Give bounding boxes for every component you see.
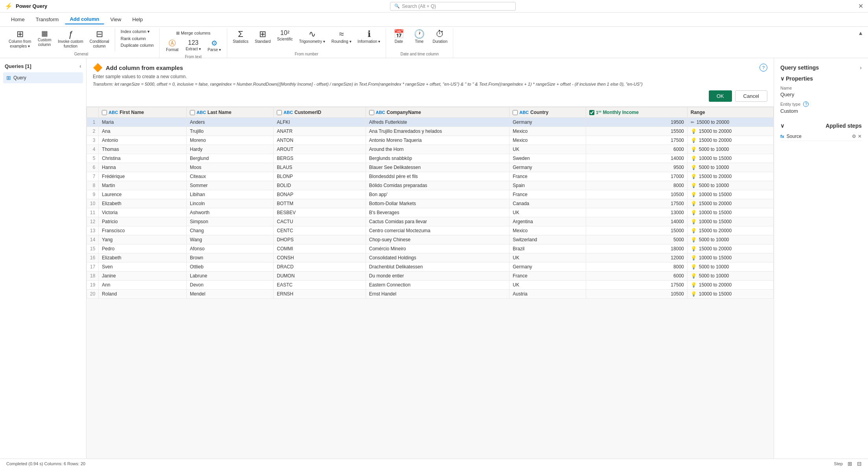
- th-monthly-income[interactable]: 1²³ Monthly Income: [586, 107, 687, 118]
- ribbon-btn-extract[interactable]: 123 Extract ▾: [183, 38, 203, 53]
- table-row[interactable]: 13 Franscisco Chang CENTC Centro comerci…: [87, 226, 774, 235]
- cell-range[interactable]: 💡 5000 to 10000: [687, 163, 773, 172]
- table-row[interactable]: 4 Thomas Hardy AROUT Around the Horn UK …: [87, 145, 774, 154]
- ribbon-btn-rank-column[interactable]: Rank column: [118, 35, 156, 42]
- table-row[interactable]: 19 Ann Devon EASTC Eastern Connection UK…: [87, 281, 774, 290]
- cell-range[interactable]: 💡 5000 to 10000: [687, 235, 773, 244]
- help-button[interactable]: ?: [760, 64, 767, 72]
- cell-range[interactable]: 💡 5000 to 10000: [687, 145, 773, 154]
- cell-range[interactable]: 💡 5000 to 10000: [687, 181, 773, 190]
- cell-range[interactable]: 💡 10000 to 15000: [687, 208, 773, 217]
- cell-range[interactable]: 💡 15000 to 20000: [687, 226, 773, 235]
- th-range[interactable]: Range: [687, 107, 773, 118]
- data-table-container[interactable]: ABC First Name ABC Last Name: [86, 107, 774, 459]
- menu-transform[interactable]: Transform: [31, 15, 64, 24]
- ribbon-btn-time[interactable]: 🕐 Time: [410, 28, 428, 46]
- th-customer-id[interactable]: ABC CustomerID: [274, 107, 366, 118]
- cell-range[interactable]: 💡 15000 to 20000: [687, 172, 773, 181]
- status-list-icon[interactable]: ⊟: [857, 461, 862, 467]
- step-icons: ⚙ ✕: [852, 134, 862, 139]
- table-row[interactable]: 9 Laurence Libihan BONAP Bon app' France…: [87, 190, 774, 199]
- ribbon-btn-duplicate-column[interactable]: Duplicate column: [118, 42, 156, 48]
- cell-range[interactable]: 💡 10000 to 15000: [687, 253, 773, 262]
- ribbon-btn-merge-columns[interactable]: ⊞ Merge columns: [174, 28, 213, 37]
- menu-home[interactable]: Home: [6, 15, 29, 24]
- table-row[interactable]: 8 Martin Sommer BOLID Bólido Comidas pre…: [87, 181, 774, 190]
- th-customer-id-checkbox[interactable]: [277, 110, 282, 115]
- table-row[interactable]: 11 Victoria Ashworth BESBEV B's Beverage…: [87, 208, 774, 217]
- th-country[interactable]: ABC Country: [509, 107, 586, 118]
- ribbon-btn-date[interactable]: 📅 Date: [389, 28, 408, 46]
- ribbon-btn-format[interactable]: Ⓐ Format: [163, 38, 182, 54]
- step-gear-icon[interactable]: ⚙: [852, 134, 856, 139]
- cell-range[interactable]: 💡 10000 to 15000: [687, 190, 773, 199]
- menu-view[interactable]: View: [106, 15, 126, 24]
- cell-first-name: Sven: [99, 262, 187, 272]
- cell-range[interactable]: 💡 15000 to 20000: [687, 244, 773, 253]
- panel-title-icon: 🔶: [93, 63, 103, 72]
- ribbon-btn-trigonometry[interactable]: ∿ Trigonometry ▾: [297, 28, 327, 46]
- ribbon-btn-column-from-examples[interactable]: ⊞ Column fromexamples ▾: [6, 28, 33, 50]
- table-row[interactable]: 20 Roland Mendel ERNSH Ernst Handel Aust…: [87, 290, 774, 299]
- menu-add-column[interactable]: Add column: [65, 15, 104, 24]
- table-row[interactable]: 12 Patricio Simpson CACTU Cactus Comidas…: [87, 217, 774, 226]
- sidebar-item-query[interactable]: ⊞ Query: [3, 72, 83, 83]
- sidebar-collapse-button[interactable]: ‹: [79, 63, 81, 69]
- ribbon-btn-index-column[interactable]: Index column ▾: [118, 28, 156, 35]
- cell-range[interactable]: 💡 5000 to 10000: [687, 272, 773, 281]
- table-row[interactable]: 10 Elizabeth Lincoln BOTTM Bottom-Dollar…: [87, 199, 774, 208]
- th-company-name-checkbox[interactable]: [369, 110, 374, 115]
- right-panel-expand-button[interactable]: ›: [860, 64, 862, 71]
- search-box[interactable]: 🔍 Search (Alt + Q): [390, 2, 516, 11]
- table-row[interactable]: 17 Sven Ottlieb DRACD Drachenblut Delika…: [87, 262, 774, 272]
- ribbon-btn-information[interactable]: ℹ Information ▾: [355, 28, 383, 46]
- table-row[interactable]: 15 Pedro Afonso COMMI Comércio Mineiro B…: [87, 244, 774, 253]
- range-edit-icon[interactable]: ✏: [691, 120, 694, 125]
- cell-range[interactable]: 💡 10000 to 15000: [687, 154, 773, 163]
- ribbon-btn-rounding[interactable]: ≈ Rounding ▾: [329, 28, 354, 46]
- step-delete-icon[interactable]: ✕: [858, 134, 862, 139]
- step-source-label[interactable]: Source: [787, 134, 802, 139]
- th-company-name[interactable]: ABC CompanyName: [366, 107, 509, 118]
- ribbon-btn-statistics[interactable]: Σ Statistics: [230, 28, 251, 46]
- cell-range[interactable]: ✏ 15000 to 20000: [687, 118, 773, 127]
- cell-range[interactable]: 💡 10000 to 15000: [687, 290, 773, 299]
- cell-range[interactable]: 💡 10000 to 15000: [687, 217, 773, 226]
- cell-first-name: Ann: [99, 281, 187, 290]
- table-row[interactable]: 14 Yang Wang DHOPS Chop-suey Chinese Swi…: [87, 235, 774, 244]
- table-row[interactable]: 5 Christina Berglund BERGS Berglunds sna…: [87, 154, 774, 163]
- cell-range[interactable]: 💡 15000 to 20000: [687, 281, 773, 290]
- cell-range[interactable]: 💡 15000 to 20000: [687, 199, 773, 208]
- table-row[interactable]: 1 Maria Anders ALFKI Alfreds Futterkiste…: [87, 118, 774, 127]
- th-first-name[interactable]: ABC First Name: [99, 107, 187, 118]
- table-row[interactable]: 3 Antonio Moreno ANTON Antonio Moreno Ta…: [87, 136, 774, 145]
- menu-help[interactable]: Help: [128, 15, 148, 24]
- cell-row-num: 17: [87, 262, 99, 272]
- ribbon-btn-standard[interactable]: ⊞ Standard: [252, 28, 273, 46]
- th-country-checkbox[interactable]: [513, 110, 518, 115]
- table-row[interactable]: 16 Elizabeth Brown CONSH Consolidated Ho…: [87, 253, 774, 262]
- th-first-name-checkbox[interactable]: [102, 110, 107, 115]
- table-row[interactable]: 2 Ana Trujillo ANATR Ana Trujillo Emared…: [87, 127, 774, 136]
- ribbon-btn-custom-column[interactable]: ▦ Customcolumn: [35, 28, 54, 49]
- table-row[interactable]: 6 Hanna Moos BLAUS Blauer See Delikatess…: [87, 163, 774, 172]
- cell-range[interactable]: 💡 5000 to 10000: [687, 262, 773, 272]
- ok-button[interactable]: OK: [709, 90, 732, 102]
- th-monthly-income-checkbox[interactable]: [589, 110, 594, 115]
- th-last-name-checkbox[interactable]: [190, 110, 195, 115]
- cancel-button[interactable]: Cancel: [735, 90, 767, 102]
- cell-range[interactable]: 💡 15000 to 20000: [687, 127, 773, 136]
- status-table-icon[interactable]: ⊞: [848, 461, 852, 467]
- table-row[interactable]: 7 Frédérique Citeaux BLONP Blondesddsl p…: [87, 172, 774, 181]
- th-last-name[interactable]: ABC Last Name: [187, 107, 274, 118]
- ribbon-btn-invoke-custom-function[interactable]: ƒ Invoke customfunction: [55, 28, 85, 50]
- ribbon-btn-duration[interactable]: ⏱ Duration: [430, 28, 450, 46]
- ribbon-btn-scientific[interactable]: 10² Scientific: [275, 28, 295, 43]
- cell-last-name: Anders: [187, 118, 274, 127]
- ribbon-btn-conditional-column[interactable]: ⊟ Conditionalcolumn: [87, 28, 112, 50]
- ribbon-collapse-button[interactable]: ▲: [856, 28, 865, 38]
- close-button[interactable]: ✕: [858, 2, 863, 10]
- cell-range[interactable]: 💡 15000 to 20000: [687, 136, 773, 145]
- ribbon-btn-parse[interactable]: ⚙ Parse ▾: [205, 38, 224, 54]
- table-row[interactable]: 18 Janine Labrune DUMON Du monde entier …: [87, 272, 774, 281]
